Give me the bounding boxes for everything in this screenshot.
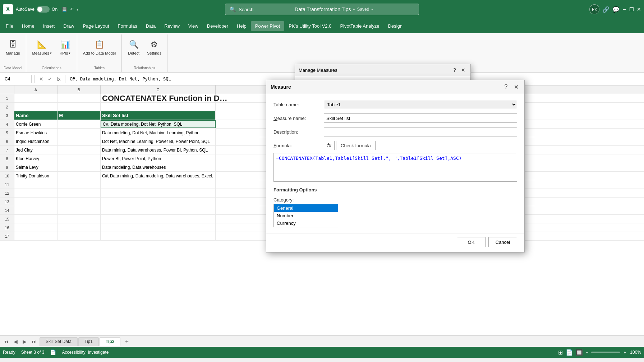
col-header-b[interactable]: B bbox=[58, 85, 101, 94]
manage-measures-close-btn[interactable]: ✕ bbox=[460, 66, 467, 74]
check-formula-btn[interactable]: Check formula bbox=[336, 141, 376, 150]
cell-c6[interactable]: Dot Net, Machine Learning, Power BI, Pow… bbox=[101, 137, 216, 145]
close-btn[interactable]: ✕ bbox=[637, 6, 641, 12]
cell-c4[interactable]: C#, Data modeling, Dot Net, Python, SQL bbox=[101, 120, 216, 128]
cell-b2[interactable] bbox=[58, 103, 101, 111]
share-icon[interactable]: 🔗 bbox=[602, 6, 610, 13]
accessibility-label: Accessibility: Investigate bbox=[62, 350, 109, 355]
measures-arrow: ▾ bbox=[50, 51, 52, 55]
cell-a9[interactable]: Saima Levy bbox=[14, 163, 58, 171]
ribbon-btn-settings[interactable]: ⚙ Settings bbox=[144, 37, 164, 57]
formula-editor[interactable]: =CONCATENATEX(Table1,Table1[Skill Set]."… bbox=[273, 153, 517, 182]
view-normal-icon[interactable]: ⊞ bbox=[558, 349, 563, 356]
cell-a7[interactable]: Jed Clay bbox=[14, 146, 58, 154]
ribbon-btn-add-to-data-model[interactable]: 📋 Add to Data Model bbox=[80, 37, 119, 57]
confirm-formula-icon[interactable]: ✓ bbox=[46, 75, 54, 83]
manage-measures-help-btn[interactable]: ? bbox=[451, 66, 458, 74]
category-item-currency[interactable]: Currency bbox=[274, 219, 338, 227]
measure-name-input[interactable] bbox=[324, 113, 517, 123]
menu-developer[interactable]: Developer bbox=[203, 21, 233, 31]
measure-close-btn[interactable]: ✕ bbox=[512, 83, 520, 91]
zoom-out-icon[interactable]: − bbox=[586, 350, 588, 355]
menu-page-layout[interactable]: Page Layout bbox=[79, 21, 114, 31]
measure-help-btn[interactable]: ? bbox=[502, 83, 510, 91]
cell-b9[interactable] bbox=[58, 163, 101, 171]
menu-data[interactable]: Data bbox=[142, 21, 160, 31]
zoom-in-icon[interactable]: ＋ bbox=[623, 349, 627, 356]
menu-view[interactable]: View bbox=[184, 21, 203, 31]
cell-c3[interactable]: Skill Set list bbox=[101, 111, 216, 120]
cell-c2[interactable] bbox=[101, 103, 216, 111]
menu-power-pivot[interactable]: Power Pivot bbox=[251, 21, 284, 31]
cell-c5[interactable]: Data modeling, Dot Net, Machine Learning… bbox=[101, 129, 216, 137]
menu-pk-utility[interactable]: PK's Utility Tool V2.0 bbox=[284, 21, 336, 31]
category-item-general[interactable]: General bbox=[274, 204, 338, 212]
category-item-number[interactable]: Number bbox=[274, 212, 338, 219]
menu-review[interactable]: Review bbox=[160, 21, 184, 31]
cell-a8[interactable]: Kloe Harvey bbox=[14, 154, 58, 163]
description-input[interactable] bbox=[324, 127, 517, 136]
menu-file[interactable]: File bbox=[1, 21, 18, 31]
col-header-c[interactable]: C bbox=[101, 85, 216, 94]
menu-insert[interactable]: Insert bbox=[39, 21, 59, 31]
measure-ok-btn[interactable]: OK bbox=[457, 237, 486, 247]
menu-pivot-analyze[interactable]: PivotTable Analyze bbox=[336, 21, 383, 31]
view-page-break-icon[interactable]: 🔲 bbox=[576, 349, 583, 356]
formula-fx-btn[interactable]: fx bbox=[324, 141, 335, 150]
cell-a3[interactable]: Name bbox=[14, 111, 58, 120]
cell-ref-box[interactable]: C4 bbox=[3, 75, 32, 83]
cell-a1[interactable] bbox=[14, 94, 58, 102]
cell-a10[interactable]: Trinity Donaldson bbox=[14, 172, 58, 180]
row-header-9: 9 bbox=[0, 163, 14, 171]
toolbar-icon-undo[interactable]: ↶ bbox=[70, 7, 74, 12]
ribbon-btn-measures[interactable]: 📐 Measures ▾ bbox=[29, 37, 55, 57]
cell-b8[interactable] bbox=[58, 154, 101, 163]
sheet-tab-tip2[interactable]: Tip2 bbox=[100, 337, 120, 346]
col-header-a[interactable]: A bbox=[14, 85, 58, 94]
cell-c7[interactable]: Data mining, Data warehouses, Power BI, … bbox=[101, 146, 216, 154]
cell-b5[interactable] bbox=[58, 129, 101, 137]
ribbon-btn-manage[interactable]: 🗄 Manage bbox=[3, 37, 23, 57]
cell-b3[interactable]: ⊟ bbox=[58, 111, 101, 120]
cell-b10[interactable] bbox=[58, 172, 101, 180]
cell-a2[interactable] bbox=[14, 103, 58, 111]
tab-nav-last[interactable]: ⏭ bbox=[29, 337, 39, 346]
toolbar-icon-save[interactable]: 💾 bbox=[62, 7, 67, 12]
cell-a6[interactable]: Ingrid Hutchinson bbox=[14, 137, 58, 145]
menu-formulas[interactable]: Formulas bbox=[114, 21, 142, 31]
zoom-slider[interactable] bbox=[591, 352, 620, 353]
cell-c8[interactable]: Power BI, Power Point, Python bbox=[101, 154, 216, 163]
cell-a5[interactable]: Esmae Hawkins bbox=[14, 129, 58, 137]
tab-nav-next[interactable]: ▶ bbox=[20, 337, 29, 346]
ribbon-btn-detect[interactable]: 🔍 Detect bbox=[125, 37, 143, 57]
cell-b7[interactable] bbox=[58, 146, 101, 154]
menu-home[interactable]: Home bbox=[18, 21, 39, 31]
ribbon-btn-kpis[interactable]: 📊 KPIs ▾ bbox=[56, 37, 74, 57]
view-page-layout-icon[interactable]: 📄 bbox=[566, 349, 573, 356]
tab-nav-first[interactable]: ⏮ bbox=[1, 337, 11, 346]
cell-b1[interactable] bbox=[58, 94, 101, 102]
autosave-toggle[interactable] bbox=[37, 6, 50, 13]
table-name-select[interactable]: Table1 bbox=[324, 100, 517, 109]
cell-b6[interactable] bbox=[58, 137, 101, 145]
comment-icon[interactable]: 💬 bbox=[612, 6, 620, 13]
minimize-btn[interactable]: − bbox=[622, 6, 626, 13]
add-sheet-btn[interactable]: ＋ bbox=[121, 336, 133, 347]
restore-btn[interactable]: ❐ bbox=[629, 6, 634, 12]
cancel-formula-icon[interactable]: ✕ bbox=[38, 75, 45, 83]
cell-c10[interactable]: C#, Data mining, Data modeling, Data war… bbox=[101, 172, 216, 180]
toolbar-dropdown-arrow[interactable]: ▾ bbox=[77, 8, 78, 11]
search-box[interactable]: 🔍 Search bbox=[225, 4, 419, 15]
menu-help[interactable]: Help bbox=[233, 21, 251, 31]
insert-function-icon[interactable]: fx bbox=[55, 75, 62, 83]
cell-a4[interactable]: Corrie Green bbox=[14, 120, 58, 128]
tab-nav-prev[interactable]: ◀ bbox=[12, 337, 20, 346]
measure-cancel-btn[interactable]: Cancel bbox=[488, 237, 517, 247]
cell-b4[interactable] bbox=[58, 120, 101, 128]
menu-draw[interactable]: Draw bbox=[59, 21, 78, 31]
cell-c1[interactable]: CONCATENATEX Function in D… bbox=[101, 94, 216, 102]
sheet-tab-skill-set-data[interactable]: Skill Set Data bbox=[40, 337, 78, 346]
cell-c9[interactable]: Data modeling, Data warehouses bbox=[101, 163, 216, 171]
menu-design[interactable]: Design bbox=[384, 21, 407, 31]
sheet-tab-tip1[interactable]: Tip1 bbox=[78, 337, 99, 346]
